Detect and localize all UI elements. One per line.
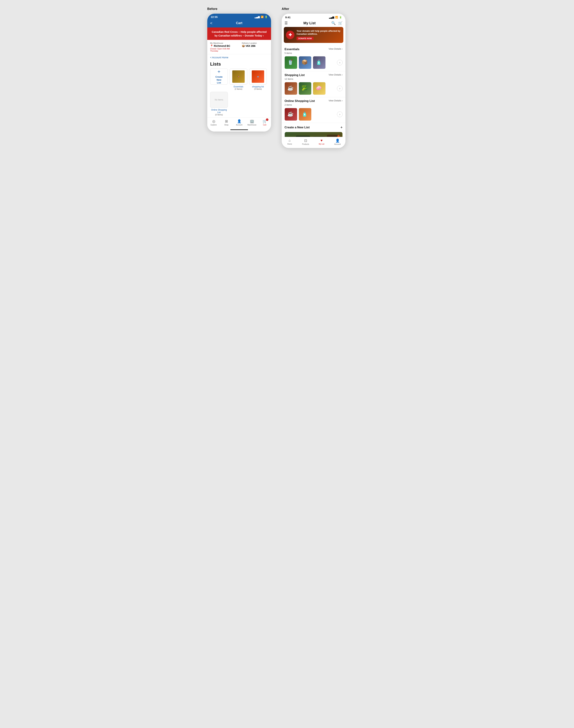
after-section: After 9:41 ▂▄▆ 📶 🔋 ☰ My List 🔍 🛒: [282, 7, 345, 148]
shopping-list-title: shopping list: [252, 85, 264, 88]
svg-rect-19: [313, 137, 325, 137]
status-bar-after: 9:41 ▂▄▆ 📶 🔋: [282, 14, 345, 20]
create-new-list-card[interactable]: + CreateNewList: [210, 69, 228, 90]
essentials-card-img: 🍫: [230, 69, 247, 84]
svg-text:📦: 📦: [301, 59, 308, 65]
back-button[interactable]: <: [210, 21, 212, 26]
nav-warehouse[interactable]: 🏢 Warehouse: [246, 119, 258, 126]
create-section-title: Create a New List: [285, 126, 310, 129]
cart-icon-after[interactable]: 🛒: [338, 21, 343, 25]
no-items-card[interactable]: No Items Online Shopping List (0 Items): [210, 92, 228, 116]
search-icon[interactable]: 🔍: [331, 21, 336, 25]
account-icon-after: 👤: [335, 139, 340, 143]
warehouse-closed: Closed: Open 9:00 AM Thursday: [210, 48, 237, 52]
create-plus-button[interactable]: +: [340, 125, 343, 130]
shopping-list-more-arrow[interactable]: ›: [337, 86, 343, 91]
breadcrumb[interactable]: < Account Home: [207, 54, 271, 61]
menu-icon[interactable]: ☰: [285, 21, 288, 25]
cart-badge-wrap: 🛒 1: [262, 119, 267, 123]
essentials-more-arrow[interactable]: ›: [337, 60, 343, 66]
no-items-card-img: No Items: [210, 92, 228, 108]
scroll-content[interactable]: < Account Home Lists + CreateNewList: [207, 54, 271, 117]
nav-title: Cart: [236, 21, 242, 25]
create-new-card-img: + CreateNewList: [210, 69, 228, 84]
nav-account-after[interactable]: 👤 Account: [330, 139, 345, 145]
shopping-card-img: 🥣: [249, 69, 267, 84]
svg-text:🧴: 🧴: [316, 59, 322, 65]
svg-rect-21: [327, 135, 337, 137]
warehouse-col: My Warehouse 📍 Richmond BC Closed: Open …: [210, 42, 237, 52]
essentials-thumb-img: 🍫: [232, 70, 245, 83]
nav-cart[interactable]: 🛒 1 Cart: [258, 119, 271, 126]
time-after: 9:41: [285, 16, 291, 19]
shopping-list-products: ☕ 🥦 🧼 ›: [285, 82, 343, 95]
after-phone: 9:41 ▂▄▆ 📶 🔋 ☰ My List 🔍 🛒: [282, 14, 345, 148]
svg-text:🥤: 🥤: [287, 59, 294, 65]
nav-bar: < Cart: [207, 20, 271, 28]
delivery-address: 📦 V6X 2B6: [242, 44, 268, 47]
nav-bar-after: ☰ My List 🔍 🛒: [282, 20, 345, 27]
shopping-list-count: (3 Items): [254, 88, 262, 90]
after-label: After: [282, 7, 345, 11]
shopping-product-1: ☕: [285, 82, 297, 95]
essentials-list-card[interactable]: 🍫 Essentials (2 Items): [230, 69, 247, 90]
cart-badge: 1: [266, 118, 269, 121]
online-product-1: ☕: [285, 108, 297, 121]
create-label: CreateNewList: [215, 76, 222, 84]
svg-text:☕: ☕: [287, 111, 294, 117]
scroll-content-after[interactable]: ✚ Your donate will help people affected …: [282, 27, 345, 137]
essentials-header: Essentials View Details ›: [285, 47, 343, 51]
nav-explore[interactable]: ◎ Explore: [207, 119, 220, 126]
essentials-product-2: 📦: [299, 56, 312, 69]
status-icons: ▂▄▆ 📶 🔋: [255, 15, 268, 18]
signal-icon-after: ▂▄▆: [329, 16, 334, 18]
shopping-list-card[interactable]: 🥣 shopping list (3 Items): [249, 69, 267, 90]
explore-icon: ◎: [212, 119, 215, 123]
delivery-col: Delivery Location 📦 V6X 2B6: [242, 42, 268, 52]
box-icon: 📦: [242, 44, 245, 47]
nav-my-list[interactable]: ♥ My List: [314, 139, 330, 145]
products-icon: ⊡: [304, 139, 307, 143]
donation-title: Your donate will help people affected by…: [296, 30, 343, 36]
cross-icon: ✚: [289, 33, 292, 37]
nav-products[interactable]: ⊡ Products: [298, 139, 314, 145]
delivery-label: Delivery Location: [242, 42, 268, 44]
pin-icon: 📍: [210, 44, 213, 47]
thanksgiving-card[interactable]: 🍱 🍲 🌰 🍂 🍁 🍁: [285, 132, 343, 137]
signal-icon: ▂▄▆: [255, 15, 260, 18]
before-label: Before: [207, 7, 271, 11]
lists-grid: + CreateNewList 🍫 Essentials (2 Items): [207, 69, 271, 117]
warehouse-name: 📍 Richmond BC: [210, 44, 237, 47]
donate-now-button[interactable]: DONATE NOW: [296, 37, 314, 40]
shopping-product-2: 🥦: [299, 82, 312, 95]
shopping-product-3: 🧼: [313, 82, 326, 95]
red-banner[interactable]: Canadian Red Cross – Help people affecte…: [207, 28, 271, 40]
home-icon: ⌂: [289, 139, 291, 143]
shopping-list-view-details[interactable]: View Details ›: [329, 73, 343, 76]
plus-icon: +: [217, 69, 220, 74]
online-product-2: 🧴: [299, 108, 312, 121]
nav-home[interactable]: ⌂ Home: [282, 139, 298, 145]
essentials-view-details[interactable]: View Details ›: [329, 47, 343, 50]
donation-banner[interactable]: ✚ Your donate will help people affected …: [284, 27, 343, 43]
online-shopping-header: Online Shopping List View Details ›: [285, 99, 343, 103]
online-shopping-view-details[interactable]: View Details ›: [329, 99, 343, 102]
online-shopping-items-count: 2 items: [285, 104, 343, 106]
nav-shop[interactable]: ⊞ Shop: [220, 119, 233, 126]
svg-text:🧴: 🧴: [301, 111, 308, 117]
essentials-title: Essentials: [234, 85, 243, 88]
lists-heading: Lists: [207, 61, 271, 69]
bottom-nav-after: ⌂ Home ⊡ Products ♥ My List 👤 Account: [282, 137, 345, 148]
warehouse-icon: 🏢: [250, 119, 254, 123]
time: 22:55: [211, 15, 217, 18]
warehouse-label: My Warehouse: [210, 42, 237, 44]
online-shopping-more-arrow[interactable]: ›: [337, 112, 343, 117]
warehouse-delivery-section: My Warehouse 📍 Richmond BC Closed: Open …: [207, 40, 271, 54]
account-icon: 👤: [237, 119, 242, 123]
svg-rect-17: [296, 136, 310, 137]
shopping-list-section-title: Shopping List: [285, 73, 304, 77]
essentials-items-count: 5 items: [285, 52, 343, 54]
donation-text: Your donate will help people affected by…: [296, 30, 343, 40]
nav-account[interactable]: 👤 Account: [233, 119, 246, 126]
shop-icon: ⊞: [225, 119, 228, 123]
